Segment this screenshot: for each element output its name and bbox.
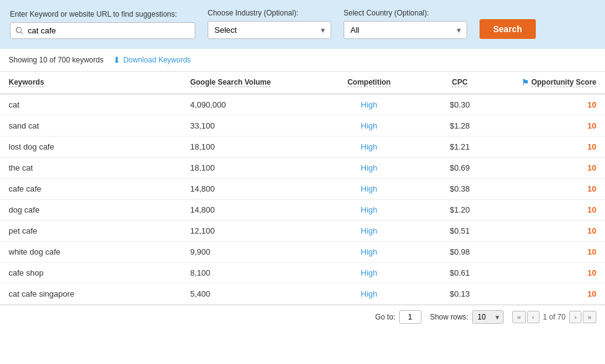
download-keywords-link[interactable]: ⬇ Download Keywords bbox=[113, 55, 190, 65]
rows-select-wrap: 10 25 50 100 ▼ bbox=[472, 310, 504, 324]
cell-keyword: white dog cafe bbox=[0, 242, 182, 263]
cell-competition: High bbox=[315, 116, 423, 137]
goto-input[interactable] bbox=[399, 310, 421, 324]
cell-competition: High bbox=[315, 200, 423, 221]
cell-opportunity: 10 bbox=[496, 221, 605, 242]
col-header-keyword: Keywords bbox=[0, 72, 182, 94]
country-field-group: Select Country (Optional): All ▼ bbox=[344, 9, 467, 39]
cell-competition: High bbox=[315, 284, 423, 305]
download-label: Download Keywords bbox=[123, 56, 190, 64]
table-row: cafe shop 8,100 High $0.61 10 bbox=[0, 263, 605, 284]
cell-cpc: $1.28 bbox=[423, 116, 496, 137]
col-header-volume: Google Search Volume bbox=[182, 72, 315, 94]
keyword-input[interactable] bbox=[28, 26, 190, 35]
col-header-cpc: CPC bbox=[423, 72, 496, 94]
table-row: sand cat 33,100 High $1.28 10 bbox=[0, 116, 605, 137]
cell-opportunity: 10 bbox=[496, 94, 605, 116]
keywords-table-wrap: Keywords Google Search Volume Competitio… bbox=[0, 72, 605, 305]
cell-cpc: $0.69 bbox=[423, 158, 496, 179]
cell-competition: High bbox=[315, 263, 423, 284]
country-label: Select Country (Optional): bbox=[344, 9, 467, 17]
download-icon: ⬇ bbox=[113, 55, 121, 65]
keyword-label: Enter Keyword or website URL to find sug… bbox=[10, 10, 195, 19]
cell-opportunity: 10 bbox=[496, 263, 605, 284]
cell-volume: 14,800 bbox=[182, 200, 315, 221]
showrows-wrap: Show rows: 10 25 50 100 ▼ bbox=[430, 310, 504, 324]
cell-cpc: $0.30 bbox=[423, 94, 496, 116]
table-row: pet cafe 12,100 High $0.51 10 bbox=[0, 221, 605, 242]
cell-competition: High bbox=[315, 221, 423, 242]
page-info: 1 of 70 bbox=[541, 313, 569, 321]
goto-wrap: Go to: bbox=[375, 310, 421, 324]
cell-keyword: the cat bbox=[0, 158, 182, 179]
cell-competition: High bbox=[315, 158, 423, 179]
cell-opportunity: 10 bbox=[496, 137, 605, 158]
industry-label: Choose Industry (Optional): bbox=[208, 9, 331, 17]
cell-cpc: $0.98 bbox=[423, 242, 496, 263]
industry-select-wrap: Select ▼ bbox=[208, 21, 331, 39]
cell-volume: 33,100 bbox=[182, 116, 315, 137]
cell-volume: 12,100 bbox=[182, 221, 315, 242]
country-select-wrap: All ▼ bbox=[344, 21, 467, 39]
top-bar: Enter Keyword or website URL to find sug… bbox=[0, 0, 605, 49]
toolbar: Showing 10 of 700 keywords ⬇ Download Ke… bbox=[0, 49, 605, 72]
cell-opportunity: 10 bbox=[496, 242, 605, 263]
cell-competition: High bbox=[315, 179, 423, 200]
first-page-button[interactable]: « bbox=[512, 311, 526, 323]
cell-keyword: cafe shop bbox=[0, 263, 182, 284]
nav-buttons: « ‹ 1 of 70 › » bbox=[512, 311, 596, 323]
table-row: white dog cafe 9,900 High $0.98 10 bbox=[0, 242, 605, 263]
table-row: cat cafe singapore 5,400 High $0.13 10 bbox=[0, 284, 605, 305]
cell-volume: 8,100 bbox=[182, 263, 315, 284]
cell-opportunity: 10 bbox=[496, 179, 605, 200]
prev-page-button[interactable]: ‹ bbox=[527, 311, 539, 323]
keyword-field-group: Enter Keyword or website URL to find sug… bbox=[10, 10, 195, 39]
table-row: cat 4,090,000 High $0.30 10 bbox=[0, 94, 605, 116]
table-row: the cat 18,100 High $0.69 10 bbox=[0, 158, 605, 179]
col-header-opportunity: ⚑ Opportunity Score bbox=[496, 72, 605, 94]
rows-select[interactable]: 10 25 50 100 bbox=[472, 310, 504, 324]
cell-volume: 4,090,000 bbox=[182, 94, 315, 116]
cell-keyword: pet cafe bbox=[0, 221, 182, 242]
cell-volume: 5,400 bbox=[182, 284, 315, 305]
keyword-input-wrap bbox=[10, 22, 195, 39]
cell-opportunity: 10 bbox=[496, 284, 605, 305]
opportunity-icon: ⚑ bbox=[522, 78, 529, 87]
table-row: cafe cafe 14,800 High $0.38 10 bbox=[0, 179, 605, 200]
cell-competition: High bbox=[315, 242, 423, 263]
cell-cpc: $0.38 bbox=[423, 179, 496, 200]
cell-cpc: $0.61 bbox=[423, 263, 496, 284]
cell-volume: 9,900 bbox=[182, 242, 315, 263]
showrows-label: Show rows: bbox=[430, 313, 468, 321]
showing-text: Showing 10 of 700 keywords bbox=[9, 56, 103, 64]
cell-keyword: lost dog cafe bbox=[0, 137, 182, 158]
industry-select[interactable]: Select bbox=[208, 21, 331, 39]
cell-keyword: dog cafe bbox=[0, 200, 182, 221]
cell-cpc: $1.20 bbox=[423, 200, 496, 221]
cell-competition: High bbox=[315, 94, 423, 116]
cell-volume: 18,100 bbox=[182, 158, 315, 179]
search-icon bbox=[15, 27, 24, 35]
table-row: dog cafe 14,800 High $1.20 10 bbox=[0, 200, 605, 221]
cell-keyword: cat bbox=[0, 94, 182, 116]
next-page-button[interactable]: › bbox=[569, 311, 582, 323]
table-row: lost dog cafe 18,100 High $1.21 10 bbox=[0, 137, 605, 158]
cell-keyword: cat cafe singapore bbox=[0, 284, 182, 305]
search-button[interactable]: Search bbox=[480, 19, 536, 39]
cell-volume: 14,800 bbox=[182, 179, 315, 200]
cell-keyword: cafe cafe bbox=[0, 179, 182, 200]
col-header-competition: Competition bbox=[315, 72, 423, 94]
last-page-button[interactable]: » bbox=[583, 311, 596, 323]
cell-cpc: $0.51 bbox=[423, 221, 496, 242]
cell-cpc: $1.21 bbox=[423, 137, 496, 158]
cell-opportunity: 10 bbox=[496, 158, 605, 179]
cell-cpc: $0.13 bbox=[423, 284, 496, 305]
cell-opportunity: 10 bbox=[496, 116, 605, 137]
country-select[interactable]: All bbox=[344, 21, 467, 39]
industry-field-group: Choose Industry (Optional): Select ▼ bbox=[208, 9, 331, 39]
cell-opportunity: 10 bbox=[496, 200, 605, 221]
pagination-bar: Go to: Show rows: 10 25 50 100 ▼ « ‹ 1 o… bbox=[0, 305, 605, 329]
cell-volume: 18,100 bbox=[182, 137, 315, 158]
cell-competition: High bbox=[315, 137, 423, 158]
goto-label: Go to: bbox=[375, 313, 396, 321]
